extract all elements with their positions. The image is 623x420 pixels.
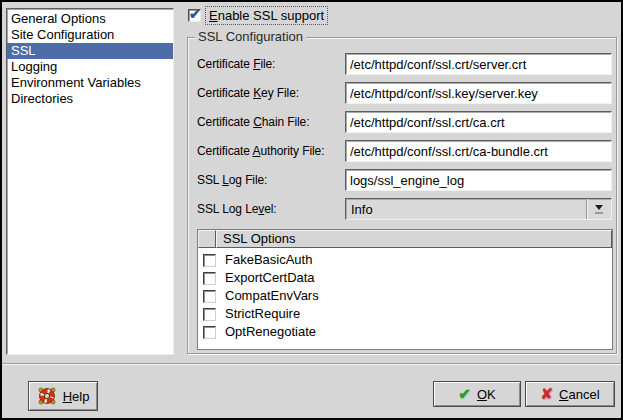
dropdown-indicator-bar — [595, 212, 603, 214]
chevron-down-icon — [595, 205, 603, 210]
table-header-ssl-options[interactable]: SSL Options — [216, 230, 612, 248]
option-label: StrictRequire — [225, 306, 300, 322]
ssl-log-level-label: SSL Log Level: — [197, 202, 277, 216]
certificate-chain-file-input[interactable] — [345, 111, 612, 133]
cancel-button[interactable]: ✘ Cancel — [525, 381, 615, 407]
table-header-spacer[interactable] — [198, 230, 216, 248]
option-label: FakeBasicAuth — [225, 252, 312, 268]
help-button-label: Help — [63, 389, 90, 404]
x-icon: ✘ — [540, 387, 553, 401]
ssl-log-file-input[interactable] — [345, 169, 612, 191]
option-checkbox-compatenvvars[interactable] — [203, 290, 216, 303]
option-checkbox-strictrequire[interactable] — [203, 308, 216, 321]
ssl-options-table: SSL Options FakeBasicAuth ExportCertData… — [197, 229, 613, 350]
certificate-key-file-label: Certificate Key File: — [197, 86, 299, 100]
ssl-options-table-body: FakeBasicAuth ExportCertData CompatEnvVa… — [198, 248, 612, 341]
certificate-key-file-input[interactable] — [345, 82, 612, 104]
certificate-authority-file-label: Certificate Authority File: — [197, 144, 324, 158]
sidebar-item-ssl[interactable]: SSL — [7, 43, 173, 59]
lifebuoy-icon — [37, 386, 57, 406]
help-button[interactable]: Help — [28, 381, 98, 411]
ssl-log-level-dropdown[interactable]: Info — [345, 198, 612, 220]
option-label: CompatEnvVars — [225, 288, 319, 304]
option-row-optrenegotiate[interactable]: OptRenegotiate — [198, 323, 612, 341]
httpd-ssl-config-dialog: General Options Site Configuration SSL L… — [0, 0, 623, 420]
sidebar-item-logging[interactable]: Logging — [7, 59, 173, 75]
dropdown-arrow-zone[interactable] — [586, 199, 611, 219]
cancel-button-label: Cancel — [559, 387, 599, 402]
option-row-strictrequire[interactable]: StrictRequire — [198, 305, 612, 323]
check-icon: ✔ — [458, 387, 471, 401]
option-checkbox-optrenegotiate[interactable] — [203, 326, 216, 339]
sidebar-list: General Options Site Configuration SSL L… — [6, 8, 174, 355]
frame-title: SSL Configuration — [195, 29, 306, 44]
enable-ssl-label[interactable]: Enable SSL support — [206, 7, 327, 24]
ssl-log-level-value: Info — [351, 202, 373, 217]
ok-button-label: OK — [477, 387, 496, 402]
certificate-file-input[interactable] — [345, 53, 612, 75]
sidebar-item-general-options[interactable]: General Options — [7, 11, 173, 27]
enable-ssl-row: Enable SSL support — [188, 7, 327, 24]
option-row-exportcertdata[interactable]: ExportCertData — [198, 269, 612, 287]
sidebar-item-site-configuration[interactable]: Site Configuration — [7, 27, 173, 43]
option-row-compatenvvars[interactable]: CompatEnvVars — [198, 287, 612, 305]
option-label: ExportCertData — [225, 270, 315, 286]
ssl-options-table-header: SSL Options — [198, 230, 612, 248]
sidebar-item-environment-variables[interactable]: Environment Variables — [7, 75, 173, 91]
ok-button[interactable]: ✔ OK — [433, 381, 521, 407]
option-checkbox-exportcertdata[interactable] — [203, 272, 216, 285]
option-row-fakebasicauth[interactable]: FakeBasicAuth — [198, 251, 612, 269]
option-checkbox-fakebasicauth[interactable] — [203, 254, 216, 267]
ssl-configuration-frame: SSL Configuration Certificate File: Cert… — [187, 37, 617, 354]
certificate-file-label: Certificate File: — [197, 57, 275, 71]
sidebar-item-directories[interactable]: Directories — [7, 91, 173, 107]
certificate-chain-file-label: Certificate Chain File: — [197, 115, 309, 129]
option-label: OptRenegotiate — [225, 324, 316, 340]
dialog-separator — [2, 363, 621, 365]
certificate-authority-file-input[interactable] — [345, 140, 612, 162]
enable-ssl-checkbox[interactable] — [188, 9, 201, 22]
ssl-log-file-label: SSL Log File: — [197, 173, 267, 187]
